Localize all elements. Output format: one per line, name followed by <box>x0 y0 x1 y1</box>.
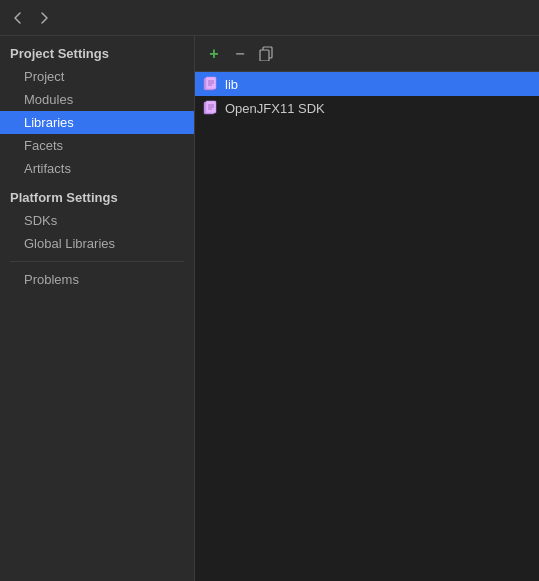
sidebar-item-artifacts[interactable]: Artifacts <box>0 157 194 180</box>
copy-library-button[interactable] <box>255 43 277 65</box>
remove-library-button[interactable]: − <box>229 43 251 65</box>
platform-settings-heading: Platform Settings <box>0 180 194 209</box>
forward-button[interactable] <box>34 8 54 28</box>
sdk-icon <box>203 100 219 116</box>
sidebar-item-problems[interactable]: Problems <box>0 268 194 291</box>
svg-rect-1 <box>260 50 269 61</box>
sidebar-item-project[interactable]: Project <box>0 65 194 88</box>
right-panel: + − <box>195 36 539 581</box>
right-toolbar: + − <box>195 36 539 72</box>
list-item[interactable]: lib <box>195 72 539 96</box>
main-content: Project Settings Project Modules Librari… <box>0 36 539 581</box>
sidebar: Project Settings Project Modules Librari… <box>0 36 195 581</box>
add-library-button[interactable]: + <box>203 43 225 65</box>
sidebar-divider <box>10 261 184 262</box>
sidebar-item-sdks[interactable]: SDKs <box>0 209 194 232</box>
list-item[interactable]: OpenJFX11 SDK <box>195 96 539 120</box>
sidebar-item-modules[interactable]: Modules <box>0 88 194 111</box>
back-button[interactable] <box>8 8 28 28</box>
project-settings-heading: Project Settings <box>0 36 194 65</box>
top-bar <box>0 0 539 36</box>
sdk-name: OpenJFX11 SDK <box>225 101 325 116</box>
library-list: lib OpenJFX11 SDK <box>195 72 539 581</box>
sidebar-item-global-libraries[interactable]: Global Libraries <box>0 232 194 255</box>
lib-icon <box>203 76 219 92</box>
sidebar-item-libraries[interactable]: Libraries <box>0 111 194 134</box>
lib-name: lib <box>225 77 238 92</box>
sidebar-item-facets[interactable]: Facets <box>0 134 194 157</box>
